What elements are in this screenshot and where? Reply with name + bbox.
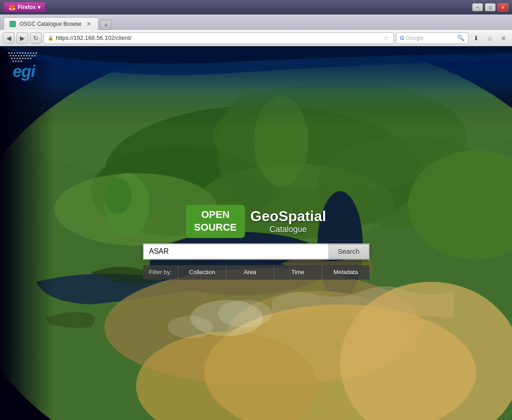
geospatial-title: GeoSpatial Catalogue <box>250 208 326 234</box>
svg-point-39 <box>13 55 14 57</box>
tab-bar: OSGC Catalogue Browse ✕ + <box>0 14 512 30</box>
new-tab-button[interactable]: + <box>100 20 112 30</box>
bookmark-star-button[interactable]: ☆ <box>382 34 390 42</box>
downloads-button[interactable]: ⬇ <box>470 32 482 44</box>
svg-point-45 <box>29 55 30 57</box>
nav-bar: ◀ ▶ ↻ 🔒 https://192.168.56.102/client/ ☆… <box>0 30 512 46</box>
search-glass-icon: 🔍 <box>457 34 464 41</box>
svg-point-31 <box>20 53 21 54</box>
svg-point-36 <box>33 53 34 54</box>
metadata-filter-button[interactable]: Metadata <box>322 265 370 280</box>
egi-dots-graphic <box>7 51 41 63</box>
svg-point-27 <box>9 53 10 54</box>
svg-point-49 <box>14 58 15 59</box>
badge-line1: OPEN <box>194 208 237 222</box>
url-protocol: https:// <box>56 34 73 41</box>
search-button[interactable]: Search <box>328 243 370 260</box>
svg-point-23 <box>218 300 272 327</box>
svg-point-24 <box>168 316 213 338</box>
url-text: https://192.168.56.102/client/ <box>56 34 382 41</box>
svg-point-50 <box>17 58 18 59</box>
firefox-menu-button[interactable]: Firefox ▾ <box>4 2 45 12</box>
svg-point-54 <box>28 58 29 59</box>
svg-point-42 <box>21 55 22 57</box>
svg-point-35 <box>30 53 32 54</box>
search-input[interactable] <box>143 243 328 260</box>
close-button[interactable]: ✕ <box>497 3 508 11</box>
svg-point-37 <box>36 53 37 54</box>
title-bar: Firefox ▾ − □ ✕ <box>0 0 512 14</box>
lock-icon: 🔒 <box>48 35 54 41</box>
minimize-button[interactable]: − <box>472 3 483 11</box>
svg-point-43 <box>24 55 25 57</box>
close-tab-button[interactable]: ✕ <box>85 20 93 28</box>
maximize-button[interactable]: □ <box>485 3 496 11</box>
open-source-badge: OPEN SOURCE <box>186 205 245 238</box>
browser-menu-button[interactable]: ≡ <box>497 32 509 44</box>
svg-point-44 <box>26 55 28 57</box>
svg-point-19 <box>104 178 132 214</box>
egi-logo-area: egi <box>7 51 41 80</box>
svg-point-53 <box>25 58 26 59</box>
tab-favicon <box>10 21 16 27</box>
svg-point-29 <box>14 53 15 54</box>
refresh-button[interactable]: ↻ <box>30 32 42 44</box>
google-icon: G <box>400 35 404 41</box>
back-button[interactable]: ◀ <box>3 32 15 44</box>
badge-line2: SOURCE <box>194 221 237 234</box>
svg-point-30 <box>17 53 18 54</box>
search-engine-bar[interactable]: G Google 🔍 <box>396 32 468 44</box>
firefox-label: Firefox <box>18 4 36 10</box>
svg-point-32 <box>22 53 24 54</box>
geospatial-main: GeoSpatial <box>250 208 326 225</box>
geospatial-sub: Catalogue <box>250 225 326 234</box>
tab-title: OSGC Catalogue Browse <box>20 21 82 27</box>
svg-point-34 <box>28 53 29 54</box>
egi-text: egi <box>13 63 35 80</box>
search-bar-container: Search <box>143 243 370 260</box>
svg-point-55 <box>30 58 32 59</box>
active-tab[interactable]: OSGC Catalogue Browse ✕ <box>4 17 98 30</box>
dropdown-arrow-icon: ▾ <box>38 4 40 10</box>
forward-button[interactable]: ▶ <box>16 32 28 44</box>
svg-point-51 <box>20 58 21 59</box>
area-filter-button[interactable]: Area <box>226 265 274 280</box>
egi-logo: egi <box>7 51 41 80</box>
svg-point-40 <box>15 55 17 57</box>
svg-rect-26 <box>0 46 54 420</box>
svg-point-38 <box>10 55 11 57</box>
svg-point-33 <box>25 53 26 54</box>
svg-point-28 <box>11 53 13 54</box>
home-button[interactable]: ⌂ <box>484 32 496 44</box>
url-bar[interactable]: 🔒 https://192.168.56.102/client/ ☆ <box>44 32 394 44</box>
window-controls: − □ ✕ <box>472 3 508 11</box>
svg-point-41 <box>18 55 20 57</box>
main-content: egi OPEN SOURCE GeoSpatial Catalogue Sea… <box>0 46 512 420</box>
url-host: 192.168.56.102 <box>73 34 114 41</box>
url-path: /client/ <box>114 34 132 41</box>
svg-point-47 <box>34 55 36 57</box>
time-filter-button[interactable]: Time <box>273 265 322 280</box>
collection-filter-button[interactable]: Collection <box>178 265 226 280</box>
filter-label: Filter by: <box>143 266 178 278</box>
svg-point-46 <box>32 55 33 57</box>
google-search-text: Google <box>406 35 455 41</box>
svg-point-48 <box>11 58 13 59</box>
svg-point-52 <box>22 58 24 59</box>
search-section: OPEN SOURCE GeoSpatial Catalogue Search … <box>143 205 370 280</box>
filter-bar: Filter by: Collection Area Time Metadata <box>143 265 370 280</box>
app-title: OPEN SOURCE GeoSpatial Catalogue <box>186 205 326 238</box>
